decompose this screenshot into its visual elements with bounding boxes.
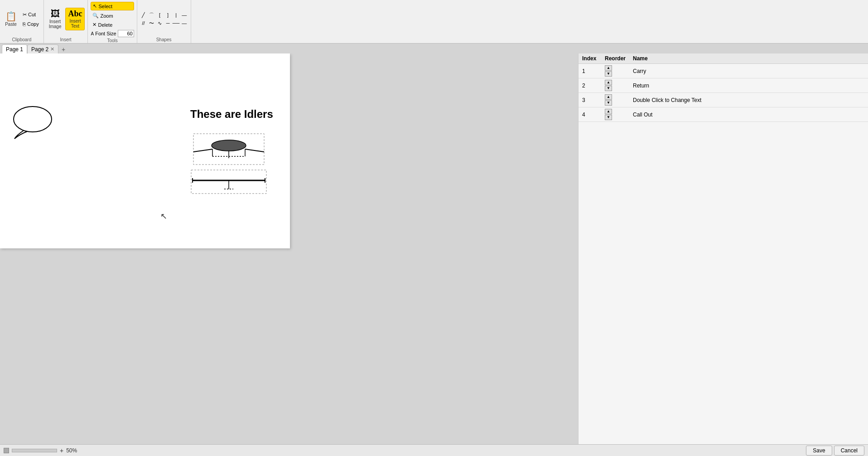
row-index: 1 xyxy=(579,64,601,78)
insert-image-icon: 🖼 xyxy=(51,9,60,18)
delete-button[interactable]: ✕ Delete xyxy=(91,21,134,29)
font-size-label: Font Size xyxy=(95,31,116,36)
cut-icon: ✂ xyxy=(23,12,27,18)
zoom-icon: 🔍 xyxy=(92,13,99,19)
zoom-level: 50% xyxy=(66,447,77,454)
delete-label: Delete xyxy=(98,22,112,28)
clipboard-label: Clipboard xyxy=(3,36,41,42)
insert-section: 🖼 InsertImage Abc InsertText Insert xyxy=(44,0,88,43)
tab-page2-label: Page 2 xyxy=(31,46,48,53)
tab-page2-close[interactable]: ✕ xyxy=(50,47,54,52)
copy-label: Copy xyxy=(27,21,39,27)
shape-wave-icon[interactable]: 〜 xyxy=(148,19,155,27)
cut-button[interactable]: ✂ Cut xyxy=(21,11,41,19)
table-row: 4 ▲ ▼ Call Out xyxy=(579,107,868,122)
zoom-button[interactable]: 🔍 Zoom xyxy=(91,12,134,19)
tools-content: ↖ Select 🔍 Zoom ✕ Delete A Font Size xyxy=(91,2,134,37)
reorder-up-button[interactable]: ▲ xyxy=(605,109,612,114)
shape-pipe-icon[interactable]: | xyxy=(173,11,180,19)
callout-shape xyxy=(10,103,55,141)
shape-lines-icon[interactable]: // xyxy=(140,19,147,27)
reorder-up-button[interactable]: ▲ xyxy=(605,65,612,71)
row-name: Call Out xyxy=(629,107,868,122)
shape-angle-icon[interactable]: ╱ xyxy=(140,11,147,19)
copy-button[interactable]: ⎘ Copy xyxy=(21,20,41,28)
insert-content: 🖼 InsertImage Abc InsertText xyxy=(47,2,85,36)
tab-page2[interactable]: Page 2 ✕ xyxy=(27,44,58,53)
page-canvas: These are Idlers xyxy=(0,53,290,248)
col-name: Name xyxy=(629,53,868,64)
row-reorder: ▲ ▼ xyxy=(601,107,629,122)
zoom-plus-icon[interactable]: + xyxy=(60,447,63,454)
zoom-label: Zoom xyxy=(100,13,113,19)
shape-bracket-r-icon[interactable]: ] xyxy=(164,11,172,19)
shape-long-line-icon[interactable]: ── xyxy=(173,19,180,27)
canvas-title: These are Idlers xyxy=(190,108,273,121)
row-reorder: ▲ ▼ xyxy=(601,93,629,107)
insert-image-label: InsertImage xyxy=(49,19,62,29)
copy-icon: ⎘ xyxy=(23,21,26,27)
right-panel: Index Reorder Name 1 ▲ ▼ Carry 2 ▲ ▼ xyxy=(578,53,868,444)
cancel-button[interactable]: Cancel xyxy=(834,446,864,456)
tabs-bar: Page 1 Page 2 ✕ + xyxy=(0,44,868,53)
clipboard-section: 📋 Paste ✂ Cut ⎘ Copy Clipboard xyxy=(0,0,44,43)
shape-line-icon[interactable]: ─ xyxy=(164,19,172,27)
main-area: These are Idlers xyxy=(0,53,868,444)
paste-button[interactable]: 📋 Paste xyxy=(3,10,19,28)
tab-page1[interactable]: Page 1 xyxy=(2,44,27,53)
shapes-section: ╱ ⌒ [ ] | — // 〜 ∿ ─ ── ― Shapes xyxy=(137,0,191,43)
cursor: ↖ xyxy=(160,211,167,221)
select-button[interactable]: ↖ Select xyxy=(91,2,134,10)
table-row: 3 ▲ ▼ Double Click to Change Text xyxy=(579,93,868,107)
shape-minus-icon[interactable]: ― xyxy=(181,19,188,27)
table-row: 2 ▲ ▼ Return xyxy=(579,78,868,93)
shapes-label: Shapes xyxy=(140,36,188,42)
select-icon: ↖ xyxy=(93,3,97,9)
row-name: Carry xyxy=(629,64,868,78)
col-index: Index xyxy=(579,53,601,64)
row-name: Return xyxy=(629,78,868,93)
paste-label: Paste xyxy=(5,22,17,27)
shape-arc-icon[interactable]: ⌒ xyxy=(148,11,155,19)
shape-zigzag-icon[interactable]: ∿ xyxy=(156,19,164,27)
reorder-down-button[interactable]: ▼ xyxy=(605,115,612,120)
layers-table: Index Reorder Name 1 ▲ ▼ Carry 2 ▲ ▼ xyxy=(579,53,868,122)
shapes-grid: ╱ ⌒ [ ] | — // 〜 ∿ ─ ── ― xyxy=(140,2,188,36)
tools-label: Tools xyxy=(91,37,134,43)
col-reorder: Reorder xyxy=(601,53,629,64)
idler-shape-2 xyxy=(190,169,267,198)
svg-line-3 xyxy=(193,149,212,152)
row-reorder: ▲ ▼ xyxy=(601,78,629,93)
canvas-area: These are Idlers xyxy=(0,53,578,444)
action-buttons: Save Cancel xyxy=(806,446,864,456)
reorder-down-button[interactable]: ▼ xyxy=(605,100,612,106)
insert-text-button[interactable]: Abc InsertText xyxy=(65,8,85,30)
delete-icon: ✕ xyxy=(92,22,96,28)
reorder-down-button[interactable]: ▼ xyxy=(605,71,612,77)
row-index: 2 xyxy=(579,78,601,93)
add-tab-button[interactable]: + xyxy=(59,45,68,53)
table-row: 1 ▲ ▼ Carry xyxy=(579,64,868,78)
font-size-input[interactable] xyxy=(118,30,134,37)
paste-icon: 📋 xyxy=(5,12,17,21)
shape-dash-icon[interactable]: — xyxy=(181,11,188,19)
svg-point-2 xyxy=(212,140,246,151)
font-size-row: A Font Size xyxy=(91,30,134,37)
save-button[interactable]: Save xyxy=(806,446,832,456)
svg-point-0 xyxy=(14,107,52,132)
reorder-up-button[interactable]: ▲ xyxy=(605,80,612,85)
svg-line-4 xyxy=(245,149,264,152)
tools-section: ↖ Select 🔍 Zoom ✕ Delete A Font Size To xyxy=(88,0,137,43)
shape-bracket-l-icon[interactable]: [ xyxy=(156,11,164,19)
scroll-thumb[interactable] xyxy=(4,448,9,453)
font-size-icon: A xyxy=(91,31,94,36)
insert-image-button[interactable]: 🖼 InsertImage xyxy=(47,8,64,30)
scroll-track[interactable] xyxy=(12,449,57,452)
insert-label: Insert xyxy=(47,36,85,42)
toolbar: 📋 Paste ✂ Cut ⎘ Copy Clipboard 🖼 InsertI… xyxy=(0,0,868,44)
row-index: 3 xyxy=(579,93,601,107)
insert-text-label: InsertText xyxy=(69,19,81,29)
tab-page1-label: Page 1 xyxy=(6,46,23,53)
reorder-down-button[interactable]: ▼ xyxy=(605,86,612,91)
reorder-up-button[interactable]: ▲ xyxy=(605,94,612,100)
